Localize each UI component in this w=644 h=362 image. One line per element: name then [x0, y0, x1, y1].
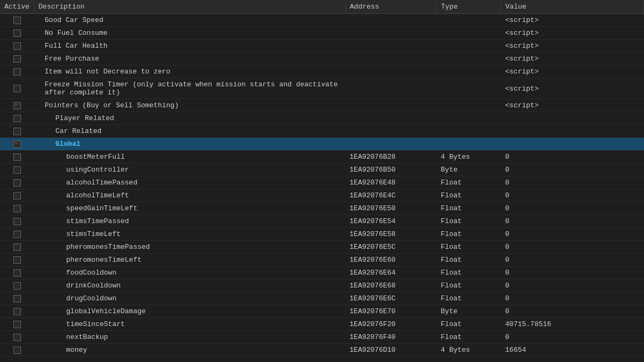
table-row[interactable]: Free Purchase<script> — [0, 53, 644, 65]
table-row[interactable]: No Fuel Consume<script> — [0, 27, 644, 40]
address-cell — [345, 27, 436, 40]
address-cell: 1EA92076E6C — [345, 292, 436, 305]
checkbox-unchecked[interactable] — [13, 55, 21, 63]
checkbox-cell[interactable] — [0, 228, 34, 241]
value-cell: <script> — [501, 99, 643, 112]
checkbox-unchecked[interactable] — [13, 85, 21, 92]
table-row[interactable]: alcoholTimeLeft1EA92076E4CFloat0 — [0, 189, 644, 202]
checkbox-unchecked[interactable] — [13, 166, 21, 174]
checkbox-unchecked[interactable] — [13, 205, 21, 212]
table-row[interactable]: usingController1EA92076B50Byte0 — [0, 164, 644, 176]
table-row[interactable]: Pointers (Buy or Sell Something)<script> — [0, 99, 644, 112]
checkbox-unchecked[interactable] — [13, 128, 21, 135]
checkbox-unchecked[interactable] — [13, 308, 21, 315]
checkbox-cell[interactable] — [0, 151, 34, 164]
checkbox-cell[interactable] — [0, 65, 34, 78]
table-row[interactable]: pheromonesTimePassed1EA92076E5CFloat0 — [0, 241, 644, 254]
table-row[interactable]: stimsTimePassed1EA92076E54Float0 — [0, 215, 644, 228]
checkbox-unchecked[interactable] — [13, 295, 21, 302]
checkbox-cell[interactable] — [0, 331, 34, 344]
table-row[interactable]: Full Car Health<script> — [0, 40, 644, 53]
table-row[interactable]: stimsTimeLeft1EA92076E58Float0 — [0, 228, 644, 241]
value-cell: 0 — [501, 202, 643, 215]
table-row[interactable]: speedGainTimeLeft1EA92076E50Float0 — [0, 202, 644, 215]
table-row[interactable]: Good Car Speed<script> — [0, 14, 644, 27]
checkbox-cell[interactable] — [0, 202, 34, 215]
address-cell: 1EA92076D10 — [345, 344, 436, 357]
table-row[interactable]: Item will not Decrease to zero<script> — [0, 65, 644, 78]
description-cell: alcoholTimeLeft — [34, 189, 345, 202]
checkbox-unchecked[interactable] — [13, 153, 21, 161]
checkbox-cell[interactable] — [0, 27, 34, 40]
checkbox-unchecked[interactable] — [13, 269, 21, 277]
checkbox-unchecked[interactable] — [13, 346, 21, 354]
table-row[interactable]: money1EA92076D104 Bytes16654 — [0, 344, 644, 357]
value-cell — [501, 125, 643, 138]
checkbox-unchecked[interactable] — [13, 42, 21, 50]
checkbox-cell[interactable] — [0, 53, 34, 65]
table-row[interactable]: Car Related — [0, 125, 644, 138]
checkbox-cell[interactable] — [0, 189, 34, 202]
checkbox-cell[interactable] — [0, 344, 34, 357]
table-row[interactable]: drugCooldown1EA92076E6CFloat0 — [0, 292, 644, 305]
description-cell: Pointers (Buy or Sell Something) — [34, 99, 345, 112]
checkbox-cell[interactable] — [0, 279, 34, 292]
checkbox-cell[interactable] — [0, 254, 34, 267]
description-cell: Full Car Health — [34, 40, 345, 53]
checkbox-unchecked[interactable] — [13, 192, 21, 200]
checkbox-checked[interactable] — [13, 141, 21, 148]
value-cell: <script> — [501, 65, 643, 78]
table-row[interactable]: drinkCooldown1EA92076E68Float0 — [0, 279, 644, 292]
checkbox-unchecked[interactable] — [13, 256, 21, 264]
checkbox-cell[interactable] — [0, 267, 34, 279]
checkbox-cell[interactable] — [0, 14, 34, 27]
table-row[interactable]: globalVehicleDamage1EA92076E70Byte0 — [0, 305, 644, 318]
checkbox-checked[interactable] — [13, 102, 21, 109]
table-row[interactable]: alcoholTimePassed1EA92076E48Float0 — [0, 176, 644, 189]
value-cell: <script> — [501, 53, 643, 65]
description-cell: usingController — [34, 164, 345, 176]
description-text: Player Related — [55, 114, 114, 122]
table-row[interactable]: Global — [0, 138, 644, 151]
table-row[interactable]: Player Related — [0, 112, 644, 125]
checkbox-unchecked[interactable] — [13, 243, 21, 251]
checkbox-cell[interactable] — [0, 176, 34, 189]
description-cell: stimsTimePassed — [34, 215, 345, 228]
table-row[interactable]: Freeze Mission Timer (only activate when… — [0, 78, 644, 99]
script-value: <script> — [505, 29, 538, 37]
checkbox-cell[interactable] — [0, 215, 34, 228]
checkbox-cell[interactable] — [0, 125, 34, 138]
table-row[interactable]: nextBackup1EA92076F40Float0 — [0, 331, 644, 344]
value-cell: <script> — [501, 14, 643, 27]
checkbox-unchecked[interactable] — [13, 68, 21, 76]
checkbox-cell[interactable] — [0, 164, 34, 176]
address-cell: 1EA92076E50 — [345, 202, 436, 215]
table-row[interactable]: foodCooldown1EA92076E64Float0 — [0, 267, 644, 279]
main-table-container[interactable]: Active Description Address Type Value Go… — [0, 0, 644, 362]
checkbox-cell[interactable] — [0, 318, 34, 331]
type-cell: 4 Bytes — [436, 151, 501, 164]
table-row[interactable]: timeSinceStart1EA92076F20Float40715.7851… — [0, 318, 644, 331]
checkbox-cell[interactable] — [0, 112, 34, 125]
table-row[interactable]: pheromonesTimeLeft1EA92076E60Float0 — [0, 254, 644, 267]
checkbox-unchecked[interactable] — [13, 179, 21, 187]
checkbox-unchecked[interactable] — [13, 218, 21, 225]
checkbox-unchecked[interactable] — [13, 282, 21, 290]
address-cell: 1EA92076F20 — [345, 318, 436, 331]
checkbox-cell[interactable] — [0, 40, 34, 53]
checkbox-unchecked[interactable] — [13, 321, 21, 328]
checkbox-unchecked[interactable] — [13, 29, 21, 37]
checkbox-cell[interactable] — [0, 78, 34, 99]
checkbox-unchecked[interactable] — [13, 115, 21, 122]
checkbox-cell[interactable] — [0, 138, 34, 151]
checkbox-unchecked[interactable] — [13, 231, 21, 238]
checkbox-unchecked[interactable] — [13, 334, 21, 341]
checkbox-unchecked[interactable] — [13, 17, 21, 24]
table-header: Active Description Address Type Value — [0, 0, 644, 14]
checkbox-cell[interactable] — [0, 99, 34, 112]
checkbox-cell[interactable] — [0, 292, 34, 305]
table-row[interactable]: boostMeterFull1EA92076B284 Bytes0 — [0, 151, 644, 164]
checkbox-cell[interactable] — [0, 305, 34, 318]
checkbox-cell[interactable] — [0, 241, 34, 254]
description-text: Freeze Mission Timer (only activate when… — [45, 80, 338, 97]
